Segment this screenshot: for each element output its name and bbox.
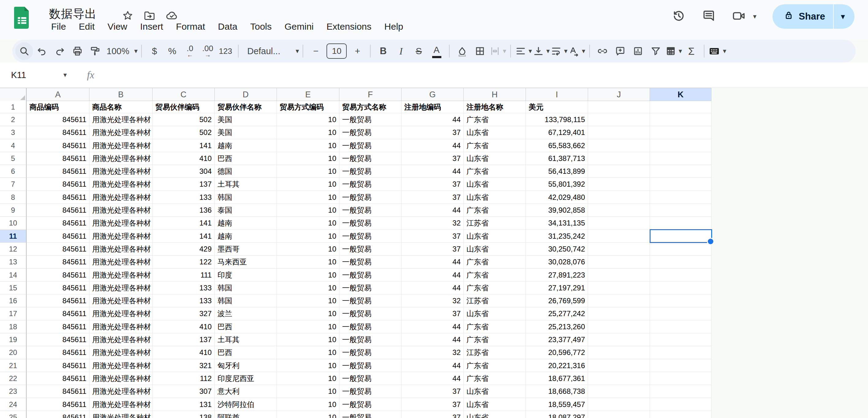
cell-I14[interactable]: 27,891,223 bbox=[526, 269, 588, 281]
insert-link-button[interactable] bbox=[594, 42, 611, 60]
cell-G1[interactable]: 注册地编码 bbox=[402, 101, 464, 113]
row-header-15[interactable]: 15 bbox=[0, 281, 27, 294]
fill-color-button[interactable] bbox=[453, 42, 471, 60]
cell-E16[interactable]: 10 bbox=[277, 294, 339, 307]
cell-K6[interactable] bbox=[650, 165, 712, 178]
cell-H14[interactable]: 广东省 bbox=[464, 269, 526, 281]
row-header-4[interactable]: 4 bbox=[0, 139, 27, 152]
cell-I15[interactable]: 27,197,291 bbox=[526, 281, 588, 294]
cell-H19[interactable]: 广东省 bbox=[464, 333, 526, 346]
cell-C1[interactable]: 贸易伙伴编码 bbox=[153, 101, 215, 113]
cell-H8[interactable]: 山东省 bbox=[464, 191, 526, 204]
cell-D8[interactable]: 韩国 bbox=[215, 191, 277, 204]
menu-edit[interactable]: Edit bbox=[72, 20, 101, 34]
cell-C21[interactable]: 321 bbox=[153, 359, 215, 372]
cell-F14[interactable]: 一般贸易 bbox=[339, 269, 402, 281]
cell-J10[interactable] bbox=[588, 217, 650, 230]
cell-K21[interactable] bbox=[650, 359, 712, 372]
menu-tools[interactable]: Tools bbox=[244, 20, 278, 34]
cell-A4[interactable]: 845611 bbox=[27, 139, 89, 152]
cell-K8[interactable] bbox=[650, 191, 712, 204]
column-header-J[interactable]: J bbox=[588, 88, 650, 101]
italic-button[interactable]: I bbox=[392, 42, 410, 60]
row-header-14[interactable]: 14 bbox=[0, 269, 27, 281]
cell-G22[interactable]: 44 bbox=[402, 372, 464, 385]
cell-D12[interactable]: 墨西哥 bbox=[215, 243, 277, 255]
cell-B16[interactable]: 用激光处理各种材 bbox=[89, 294, 153, 307]
cell-E22[interactable]: 10 bbox=[277, 372, 339, 385]
cell-K3[interactable] bbox=[650, 126, 712, 139]
row-header-17[interactable]: 17 bbox=[0, 307, 27, 320]
cell-E10[interactable]: 10 bbox=[277, 217, 339, 230]
cell-B7[interactable]: 用激光处理各种材 bbox=[89, 178, 153, 190]
cell-A20[interactable]: 845611 bbox=[27, 346, 89, 359]
cell-A18[interactable]: 845611 bbox=[27, 320, 89, 333]
column-header-K[interactable]: K bbox=[650, 88, 712, 101]
cell-C19[interactable]: 137 bbox=[153, 333, 215, 346]
cell-K4[interactable] bbox=[650, 139, 712, 152]
cell-E14[interactable]: 10 bbox=[277, 269, 339, 281]
cell-D15[interactable]: 韩国 bbox=[215, 281, 277, 294]
cell-H15[interactable]: 广东省 bbox=[464, 281, 526, 294]
cell-C2[interactable]: 502 bbox=[153, 113, 215, 126]
row-header-25[interactable]: 25 bbox=[0, 411, 27, 418]
cell-G13[interactable]: 44 bbox=[402, 255, 464, 268]
cell-A2[interactable]: 845611 bbox=[27, 113, 89, 126]
cell-B19[interactable]: 用激光处理各种材 bbox=[89, 333, 153, 346]
cell-B10[interactable]: 用激光处理各种材 bbox=[89, 217, 153, 230]
cell-I16[interactable]: 26,769,599 bbox=[526, 294, 588, 307]
column-header-B[interactable]: B bbox=[89, 88, 153, 101]
input-tools-button[interactable]: ▾ bbox=[708, 42, 726, 60]
row-header-23[interactable]: 23 bbox=[0, 385, 27, 398]
cell-F15[interactable]: 一般贸易 bbox=[339, 281, 402, 294]
cell-K22[interactable] bbox=[650, 372, 712, 385]
row-header-1[interactable]: 1 bbox=[0, 101, 27, 113]
cell-G25[interactable]: 37 bbox=[402, 411, 464, 418]
format-percent-button[interactable]: % bbox=[163, 42, 181, 60]
cell-K10[interactable] bbox=[650, 217, 712, 230]
cell-D21[interactable]: 匈牙利 bbox=[215, 359, 277, 372]
cell-E9[interactable]: 10 bbox=[277, 204, 339, 217]
cell-B4[interactable]: 用激光处理各种材 bbox=[89, 139, 153, 152]
cell-J9[interactable] bbox=[588, 204, 650, 217]
cell-A1[interactable]: 商品编码 bbox=[27, 101, 89, 113]
cell-B17[interactable]: 用激光处理各种材 bbox=[89, 307, 153, 320]
cell-D7[interactable]: 土耳其 bbox=[215, 178, 277, 190]
cell-B12[interactable]: 用激光处理各种材 bbox=[89, 243, 153, 255]
redo-button[interactable] bbox=[51, 42, 69, 60]
cell-B9[interactable]: 用激光处理各种材 bbox=[89, 204, 153, 217]
cell-J23[interactable] bbox=[588, 385, 650, 398]
cell-H13[interactable]: 广东省 bbox=[464, 255, 526, 268]
decrease-font-size-button[interactable]: − bbox=[307, 42, 325, 60]
cell-G18[interactable]: 44 bbox=[402, 320, 464, 333]
bold-button[interactable]: B bbox=[374, 42, 392, 60]
row-header-24[interactable]: 24 bbox=[0, 398, 27, 411]
insert-chart-button[interactable] bbox=[629, 42, 647, 60]
fill-handle[interactable] bbox=[707, 238, 714, 245]
print-button[interactable] bbox=[69, 42, 86, 60]
menu-format[interactable]: Format bbox=[170, 20, 212, 34]
cell-A3[interactable]: 845611 bbox=[27, 126, 89, 139]
cell-B13[interactable]: 用激光处理各种材 bbox=[89, 255, 153, 268]
cell-J11[interactable] bbox=[588, 230, 650, 243]
cell-G24[interactable]: 37 bbox=[402, 398, 464, 411]
row-header-8[interactable]: 8 bbox=[0, 191, 27, 204]
cell-J13[interactable] bbox=[588, 255, 650, 268]
cell-C11[interactable]: 141 bbox=[153, 230, 215, 243]
cell-E1[interactable]: 贸易方式编码 bbox=[277, 101, 339, 113]
cell-K2[interactable] bbox=[650, 113, 712, 126]
cell-D17[interactable]: 波兰 bbox=[215, 307, 277, 320]
column-header-C[interactable]: C bbox=[153, 88, 215, 101]
cell-F1[interactable]: 贸易方式名称 bbox=[339, 101, 402, 113]
cell-F3[interactable]: 一般贸易 bbox=[339, 126, 402, 139]
cell-C22[interactable]: 112 bbox=[153, 372, 215, 385]
cell-G11[interactable]: 37 bbox=[402, 230, 464, 243]
cell-I9[interactable]: 39,902,858 bbox=[526, 204, 588, 217]
row-header-13[interactable]: 13 bbox=[0, 255, 27, 268]
cell-A9[interactable]: 845611 bbox=[27, 204, 89, 217]
cell-F21[interactable]: 一般贸易 bbox=[339, 359, 402, 372]
cell-C10[interactable]: 141 bbox=[153, 217, 215, 230]
insert-comment-button[interactable] bbox=[611, 42, 629, 60]
cell-C18[interactable]: 410 bbox=[153, 320, 215, 333]
cell-A25[interactable]: 845611 bbox=[27, 411, 89, 418]
